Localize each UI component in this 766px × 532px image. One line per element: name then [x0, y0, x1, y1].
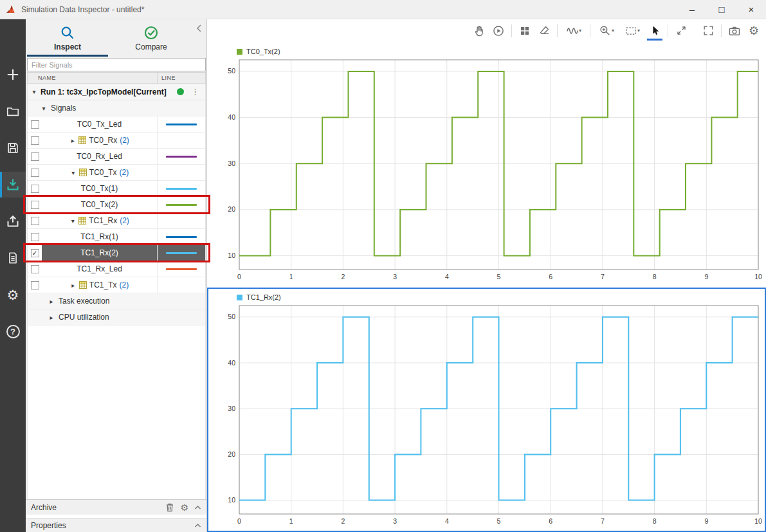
- line-style-button[interactable]: ▾: [561, 21, 587, 41]
- signal-label: TC0_Tx(2): [81, 200, 118, 209]
- step-chart[interactable]: 0123456789101020304050: [208, 289, 765, 531]
- line-style-swatch[interactable]: [166, 156, 197, 158]
- signal-checkbox[interactable]: [31, 201, 39, 209]
- zoom-region-button[interactable]: ▾: [619, 21, 645, 41]
- signal-count-link[interactable]: (2): [120, 136, 129, 145]
- line-style-swatch[interactable]: [166, 236, 197, 238]
- delete-archive-button[interactable]: [165, 502, 174, 512]
- visualization-settings-button[interactable]: ⚙: [744, 21, 763, 41]
- help-button[interactable]: ?: [0, 318, 26, 344]
- collapse-arrow-icon[interactable]: ▾: [70, 169, 77, 176]
- signal-checkbox[interactable]: ✓: [31, 249, 39, 257]
- line-style-swatch[interactable]: [166, 204, 197, 206]
- search-icon: [60, 25, 75, 41]
- tree-row-tc1-rx-led[interactable]: TC1_Rx_Led: [28, 261, 205, 277]
- run-menu-button[interactable]: ⋮: [191, 87, 199, 96]
- tree-row-tc0-tx-1[interactable]: TC0_Tx(1): [28, 181, 205, 197]
- signal-checkbox[interactable]: [31, 169, 39, 177]
- signal-checkbox[interactable]: [31, 217, 39, 225]
- tree-row-cpu-utilization[interactable]: ▸CPU utilization: [28, 309, 205, 326]
- maximize-axes-button[interactable]: [671, 21, 691, 41]
- collapse-arrow-icon[interactable]: ▾: [69, 217, 76, 225]
- signal-checkbox[interactable]: [31, 120, 39, 129]
- snapshot-button[interactable]: [725, 21, 744, 41]
- tree-row-tc1-rx[interactable]: ▾TC1_Rx(2): [28, 213, 205, 229]
- replay-button[interactable]: [489, 21, 508, 41]
- open-button[interactable]: [0, 98, 26, 124]
- filter-signals-input[interactable]: [27, 58, 206, 71]
- signal-checkbox[interactable]: [31, 265, 39, 273]
- tree-row-tc0-rx[interactable]: ▸TC0_Rx(2): [28, 133, 205, 149]
- tree-row-tc1-tx[interactable]: ▸TC1_Tx(2): [28, 277, 205, 293]
- preferences-button[interactable]: ⚙: [0, 282, 26, 307]
- line-style-swatch[interactable]: [166, 252, 197, 254]
- svg-text:6: 6: [549, 517, 552, 525]
- app-toolbar: ⚙ ?: [0, 19, 26, 532]
- line-style-swatch[interactable]: [166, 124, 197, 125]
- matrix-signal-icon: [79, 281, 87, 289]
- tree-row-signals[interactable]: ▾Signals: [28, 100, 205, 116]
- column-header-line[interactable]: LINE: [157, 73, 205, 83]
- close-button[interactable]: ×: [736, 0, 766, 19]
- run-collapse-arrow-icon[interactable]: ▾: [31, 88, 37, 95]
- tree-row-task-execution[interactable]: ▸Task execution: [28, 293, 205, 309]
- pointer-button[interactable]: [645, 21, 664, 41]
- archive-bar[interactable]: Archive ⚙: [26, 499, 206, 515]
- tree-row-tc0-tx-2[interactable]: TC0_Tx(2): [28, 197, 205, 213]
- signal-count-link[interactable]: (2): [120, 168, 129, 177]
- minimize-button[interactable]: –: [677, 0, 707, 19]
- fullscreen-button[interactable]: [698, 21, 718, 41]
- pan-button[interactable]: [470, 21, 489, 41]
- signal-checkbox[interactable]: [31, 152, 39, 161]
- toolbar-separator: [511, 24, 512, 37]
- maximize-button[interactable]: □: [707, 0, 736, 19]
- expand-arrow-icon[interactable]: ▸: [48, 314, 55, 321]
- group-label: Signals: [51, 104, 76, 113]
- tree-row-tc1-rx-1[interactable]: TC1_Rx(1): [28, 229, 205, 245]
- signal-checkbox[interactable]: [31, 136, 39, 145]
- expand-arrow-icon[interactable]: ▸: [70, 282, 77, 289]
- plot-panel-top[interactable]: TC0_Tx(2) 0123456789101020304050: [207, 42, 766, 288]
- signal-checkbox[interactable]: [31, 185, 39, 193]
- zoom-button[interactable]: ▾: [594, 21, 619, 41]
- matlab-logo-icon: [6, 5, 16, 15]
- import-button[interactable]: [0, 172, 26, 197]
- properties-collapse-button[interactable]: [194, 523, 201, 528]
- line-style-swatch[interactable]: [166, 188, 197, 190]
- archive-collapse-button[interactable]: [194, 505, 201, 510]
- run-row[interactable]: ▾ Run 1: tc3x_IpcTopModel[Current] ⋮: [28, 84, 205, 100]
- properties-label: Properties: [31, 521, 66, 530]
- svg-text:10: 10: [754, 517, 762, 525]
- column-header-name[interactable]: NAME: [28, 75, 157, 81]
- matrix-signal-icon: [78, 217, 86, 225]
- plot-panel-bottom[interactable]: TC1_Rx(2) 0123456789101020304050: [207, 288, 766, 532]
- line-style-swatch[interactable]: [166, 268, 197, 270]
- signal-checkbox[interactable]: [31, 233, 39, 241]
- save-button[interactable]: [0, 135, 26, 161]
- cursor-arrow-icon: [649, 24, 661, 37]
- export-button[interactable]: [0, 208, 26, 234]
- signal-count-link[interactable]: (2): [120, 280, 129, 289]
- expand-arrow-icon[interactable]: ▸: [48, 298, 55, 305]
- tree-row-tc0-rx-led[interactable]: TC0_Rx_Led: [28, 149, 205, 165]
- gear-icon: ⚙: [749, 25, 759, 37]
- clear-subplots-button[interactable]: [534, 21, 554, 41]
- expand-arrow-icon[interactable]: ▸: [69, 137, 76, 144]
- tree-row-tc0-tx-led[interactable]: TC0_Tx_Led: [28, 116, 205, 133]
- tree-row-tc1-rx-2[interactable]: ✓TC1_Rx(2): [28, 245, 205, 261]
- collapse-arrow-icon[interactable]: ▾: [41, 105, 47, 112]
- add-button[interactable]: [0, 62, 26, 87]
- step-chart[interactable]: 0123456789101020304050: [208, 43, 765, 286]
- signal-count-link[interactable]: (2): [120, 216, 129, 225]
- archive-settings-button[interactable]: ⚙: [180, 503, 188, 512]
- collapse-sidebar-button[interactable]: [196, 24, 203, 35]
- properties-bar[interactable]: Properties: [26, 518, 206, 532]
- create-report-button[interactable]: [0, 245, 26, 271]
- subplot-layout-button[interactable]: [515, 21, 534, 41]
- signal-checkbox[interactable]: [31, 281, 39, 289]
- tree-row-tc0-tx[interactable]: ▾TC0_Tx(2): [28, 165, 205, 181]
- signal-label: TC0_Rx_Led: [77, 152, 122, 161]
- tab-compare[interactable]: Compare: [109, 19, 193, 57]
- subplot-panels: TC0_Tx(2) 0123456789101020304050 TC1_Rx(…: [207, 42, 766, 532]
- tab-inspect[interactable]: Inspect: [26, 19, 109, 57]
